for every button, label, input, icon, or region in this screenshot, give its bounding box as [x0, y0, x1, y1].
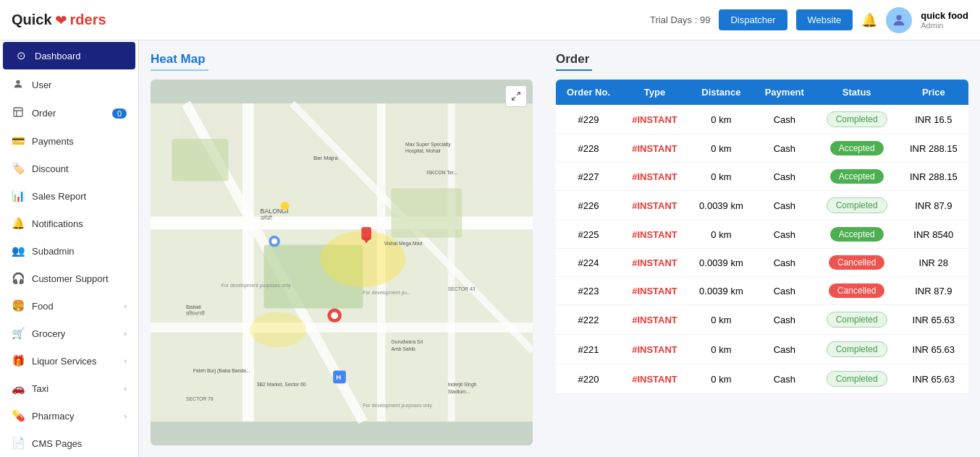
- sidebar-item-subadmin[interactable]: 👥 Subadmin: [0, 237, 138, 265]
- notifications-bell-icon[interactable]: 🔔: [861, 12, 877, 28]
- col-payment: Payment: [754, 80, 815, 105]
- cell-order-no: #223: [556, 277, 621, 305]
- sidebar-item-food[interactable]: 🍔 Food ›: [0, 292, 138, 320]
- website-button[interactable]: Website: [796, 9, 853, 30]
- sidebar-label-customer-support: Customer Support: [32, 273, 127, 284]
- svg-text:For development purposes only: For development purposes only: [363, 403, 432, 409]
- svg-point-34: [271, 239, 277, 244]
- food-chevron-icon: ›: [124, 302, 127, 310]
- discount-icon: 🏷️: [12, 162, 25, 175]
- sidebar-label-order: Order: [32, 108, 105, 119]
- grocery-icon: 🛒: [12, 327, 25, 340]
- sidebar-item-order[interactable]: Order 0: [0, 99, 138, 127]
- order-table[interactable]: Order No. Type Distance Payment Status P…: [556, 80, 968, 445]
- table-row[interactable]: #220 #INSTANT 0 km Cash Completed INR 65…: [556, 364, 968, 394]
- sidebar-item-liquor-services[interactable]: 🎁 Liquor Services ›: [0, 347, 138, 375]
- table-row[interactable]: #222 #INSTANT 0 km Cash Completed INR 65…: [556, 305, 968, 335]
- sidebar-item-dashboard[interactable]: ⊙ Dashboard: [3, 42, 135, 69]
- sidebar-label-pharmacy: Pharmacy: [32, 411, 117, 422]
- sidebar-label-food: Food: [32, 301, 117, 312]
- sidebar-item-payments[interactable]: 💳 Payments: [0, 127, 138, 155]
- cell-price: INR 87.9: [899, 191, 968, 221]
- order-badge: 0: [112, 108, 127, 119]
- table-row[interactable]: #229 #INSTANT 0 km Cash Completed INR 16…: [556, 105, 968, 134]
- cell-type: #INSTANT: [621, 105, 688, 134]
- sidebar-item-user[interactable]: User: [0, 71, 138, 99]
- sidebar-item-cms-pages[interactable]: 📄 CMS Pages: [0, 430, 138, 457]
- cell-distance: 0 km: [688, 221, 754, 249]
- svg-text:ਬਲੋਂਗੀ: ਬਲੋਂਗੀ: [260, 215, 273, 221]
- svg-text:Baliali: Baliali: [186, 304, 201, 310]
- cell-order-no: #227: [556, 163, 621, 191]
- svg-text:For development pu...: For development pu...: [363, 290, 411, 296]
- cell-price: INR 16.5: [899, 105, 968, 134]
- cell-status: Accepted: [815, 221, 899, 249]
- cell-payment: Cash: [754, 277, 815, 305]
- svg-point-32: [331, 312, 338, 319]
- cell-type: #INSTANT: [621, 221, 688, 249]
- cell-distance: 0 km: [688, 105, 754, 134]
- dispatcher-button[interactable]: Dispatcher: [719, 9, 787, 30]
- cell-price: INR 288.15: [899, 134, 968, 163]
- cell-status: Completed: [815, 335, 899, 364]
- sales-report-icon: 📊: [12, 189, 25, 202]
- order-icon: [12, 106, 25, 120]
- map-expand-button[interactable]: [505, 85, 527, 107]
- cell-distance: 0 km: [688, 335, 754, 364]
- table-row[interactable]: #224 #INSTANT 0.0039 km Cash Cancelled I…: [556, 249, 968, 277]
- svg-text:Amb Sahib: Amb Sahib: [391, 346, 415, 351]
- status-badge: Accepted: [830, 141, 884, 155]
- cell-payment: Cash: [754, 249, 815, 277]
- status-badge: Cancelled: [829, 283, 884, 298]
- cell-payment: Cash: [754, 305, 815, 335]
- svg-text:Hospital, Mohali: Hospital, Mohali: [405, 148, 441, 154]
- sidebar-label-grocery: Grocery: [32, 328, 117, 339]
- sidebar-item-discount[interactable]: 🏷️ Discount: [0, 155, 138, 182]
- svg-point-37: [281, 202, 290, 210]
- svg-text:Stadium...: Stadium...: [448, 389, 470, 394]
- table-row[interactable]: #227 #INSTANT 0 km Cash Accepted INR 288…: [556, 163, 968, 191]
- table-row[interactable]: #225 #INSTANT 0 km Cash Accepted INR 854…: [556, 221, 968, 249]
- sidebar-item-notifications[interactable]: 🔔 Notifications: [0, 210, 138, 237]
- cell-distance: 0 km: [688, 163, 754, 191]
- table-row[interactable]: #226 #INSTANT 0.0039 km Cash Completed I…: [556, 191, 968, 221]
- cell-payment: Cash: [754, 134, 815, 163]
- user-name: quick food: [921, 10, 968, 21]
- avatar: [886, 7, 912, 33]
- status-badge: Cancelled: [829, 255, 884, 270]
- svg-rect-2: [14, 108, 22, 116]
- svg-text:Fateh Burj (Baba Banda...: Fateh Burj (Baba Banda...: [193, 368, 250, 374]
- sidebar-item-pharmacy[interactable]: 💊 Pharmacy ›: [0, 402, 138, 430]
- cell-order-no: #225: [556, 221, 621, 249]
- sidebar-item-sales-report[interactable]: 📊 Sales Report: [0, 182, 138, 210]
- order-underline: [556, 69, 592, 71]
- header-right: Trial Days : 99 Dispatcher Website 🔔 qui…: [650, 7, 968, 33]
- cell-price: INR 87.9: [899, 277, 968, 305]
- svg-text:SECTOR 78: SECTOR 78: [186, 396, 214, 401]
- sidebar-label-user: User: [32, 80, 127, 90]
- svg-text:Max Super Specialty: Max Super Specialty: [405, 142, 451, 148]
- cell-type: #INSTANT: [621, 364, 688, 394]
- heatmap-underline: [151, 69, 208, 71]
- cell-order-no: #222: [556, 305, 621, 335]
- svg-rect-12: [391, 188, 462, 237]
- status-badge: Completed: [827, 197, 887, 213]
- table-row[interactable]: #228 #INSTANT 0 km Cash Accepted INR 288…: [556, 134, 968, 163]
- cell-type: #INSTANT: [621, 277, 688, 305]
- sidebar-item-customer-support[interactable]: 🎧 Customer Support: [0, 265, 138, 292]
- status-badge: Completed: [827, 111, 887, 127]
- col-price: Price: [899, 80, 968, 105]
- col-order-no: Order No.: [556, 80, 621, 105]
- sidebar-item-grocery[interactable]: 🛒 Grocery ›: [0, 320, 138, 347]
- sidebar-item-taxi[interactable]: 🚗 Taxi ›: [0, 375, 138, 402]
- table-row[interactable]: #223 #INSTANT 0.0039 km Cash Cancelled I…: [556, 277, 968, 305]
- cell-order-no: #228: [556, 134, 621, 163]
- table-row[interactable]: #221 #INSTANT 0 km Cash Completed INR 65…: [556, 335, 968, 364]
- logo-quick: Quick: [12, 12, 52, 28]
- svg-line-47: [512, 97, 515, 100]
- taxi-chevron-icon: ›: [124, 384, 127, 393]
- svg-text:For development purposes only: For development purposes only: [221, 283, 291, 289]
- table-header-row: Order No. Type Distance Payment Status P…: [556, 80, 968, 105]
- svg-text:ਬਲਿਆਲੀ: ਬਲਿਆਲੀ: [185, 310, 206, 316]
- cell-price: INR 65.63: [899, 305, 968, 335]
